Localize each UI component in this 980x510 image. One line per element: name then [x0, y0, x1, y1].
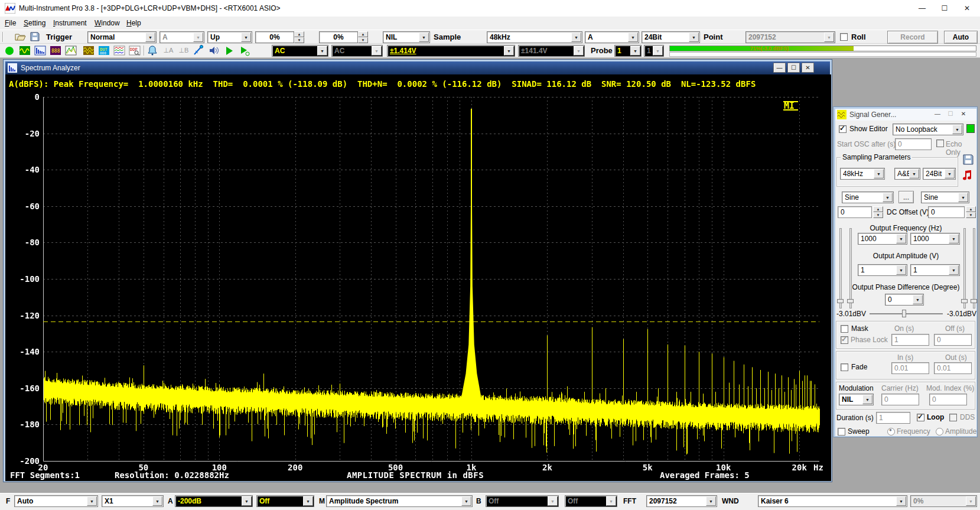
multimeter-icon[interactable]: 888 — [50, 44, 63, 57]
level-slider-a1-handle[interactable] — [837, 299, 844, 303]
sampling-channel-select[interactable]: A▼ — [585, 31, 639, 43]
chevron-down-icon[interactable]: ▼ — [896, 234, 906, 243]
roll-checkbox[interactable] — [840, 33, 848, 41]
sg-bits-select[interactable]: 24Bit▼ — [923, 168, 956, 180]
spectrum-maximize-button[interactable]: ☐ — [787, 63, 800, 73]
frequency-b-select[interactable]: 1000▼ — [910, 233, 960, 245]
menu-window[interactable]: Window — [95, 17, 120, 30]
chevron-down-icon[interactable]: ▼ — [909, 169, 919, 178]
spin-down-icon[interactable]: ▼ — [358, 37, 368, 43]
range-a-select[interactable]: ±1.414V▼ — [387, 45, 515, 57]
sg-minimize-button[interactable]: — — [932, 110, 943, 119]
fft-size-select[interactable]: 2097152▼ — [646, 495, 717, 507]
a-ref-select[interactable]: Off▼ — [256, 495, 314, 507]
chevron-down-icon[interactable]: ▼ — [949, 234, 959, 243]
chevron-down-icon[interactable]: ▼ — [689, 33, 699, 42]
trigger-level-field[interactable]: 0% — [255, 31, 294, 43]
open-file-button[interactable] — [14, 31, 27, 43]
output-on-indicator[interactable] — [966, 124, 975, 133]
chevron-down-icon[interactable]: ▼ — [883, 193, 893, 202]
device-test-plan-icon[interactable]: DUT000 — [98, 44, 111, 57]
amplitude-a-select[interactable]: 1▼ — [858, 264, 907, 276]
zoom-select[interactable]: X1▼ — [102, 495, 164, 507]
loopback-select[interactable]: No Loopback▼ — [893, 124, 963, 135]
level-slider-a2[interactable] — [849, 228, 852, 308]
show-editor-checkbox[interactable]: ✓ — [839, 125, 846, 133]
chevron-down-icon[interactable]: ▼ — [874, 169, 884, 178]
menu-instrument[interactable]: Instrument — [53, 17, 87, 30]
a-range-select[interactable]: -200dB▼ — [175, 495, 253, 507]
dc-offset-a-input[interactable]: 0 — [838, 206, 872, 218]
balance-slider-track[interactable] — [870, 313, 943, 314]
waveform-b-select[interactable]: Sine▼ — [921, 191, 969, 203]
run-button[interactable] — [4, 44, 17, 57]
trigger-delay-spinner[interactable]: ▲▼ — [358, 31, 368, 43]
spin-up-icon[interactable]: ▲ — [873, 206, 883, 212]
level-slider-a2-handle[interactable] — [847, 299, 854, 303]
dc-offset-b-spinner[interactable]: ▲▼ — [966, 206, 976, 218]
save-file-button[interactable] — [29, 31, 42, 43]
spectrum-close-button[interactable]: ✕ — [802, 63, 814, 73]
trigger-edge-select[interactable]: Up▼ — [207, 31, 252, 43]
trigger-level-spinner[interactable]: ▲▼ — [294, 31, 304, 43]
derived-data-point-icon[interactable] — [113, 44, 126, 57]
chevron-down-icon[interactable]: ▼ — [958, 193, 968, 202]
coupling-a-select[interactable]: AC▼ — [272, 45, 328, 57]
spectrum-plot[interactable] — [5, 74, 831, 481]
chevron-down-icon[interactable]: ▼ — [317, 46, 327, 56]
chevron-down-icon[interactable]: ▼ — [628, 33, 638, 42]
mode-select[interactable]: Amplitude Spectrum▼ — [326, 495, 473, 507]
chevron-down-icon[interactable]: ▼ — [706, 496, 716, 506]
frequency-a-select[interactable]: 1000▼ — [858, 233, 907, 245]
waveform-more-button[interactable]: ... — [898, 191, 914, 203]
sg-rate-select[interactable]: 48kHz▼ — [840, 168, 885, 180]
trigger-hpf-select[interactable]: NIL▼ — [383, 31, 430, 43]
spin-down-icon[interactable]: ▼ — [966, 212, 976, 218]
chevron-down-icon[interactable]: ▼ — [241, 33, 251, 42]
spectrum-3d-plot-icon[interactable] — [65, 44, 78, 57]
chevron-down-icon[interactable]: ▼ — [87, 496, 97, 506]
chevron-down-icon[interactable]: ▼ — [152, 496, 162, 506]
menu-file[interactable]: File — [5, 17, 16, 30]
trigger-delay-field[interactable]: 0% — [319, 31, 358, 43]
sampling-bits-select[interactable]: 24Bit▼ — [642, 31, 700, 43]
window-function-select[interactable]: Kaiser 6▼ — [758, 495, 907, 507]
sg-channels-select[interactable]: A&B▼ — [894, 168, 920, 180]
oscilloscope-icon[interactable] — [19, 44, 32, 57]
level-slider-b1[interactable] — [963, 228, 966, 308]
sg-close-button[interactable]: ✕ — [958, 110, 969, 119]
chevron-down-icon[interactable]: ▼ — [145, 33, 155, 42]
play-icon[interactable] — [223, 44, 236, 57]
signal-generator-title-bar[interactable]: Signal Gener... — ☐ ✕ — [835, 109, 976, 121]
phase-select[interactable]: 0▼ — [885, 294, 924, 306]
sampling-rate-select[interactable]: 48kHz▼ — [487, 31, 582, 43]
dc-offset-b-input[interactable]: 0 — [928, 206, 965, 218]
chevron-down-icon[interactable]: ▼ — [952, 125, 962, 134]
mask-checkbox[interactable] — [841, 325, 848, 333]
signal-generator-icon[interactable] — [83, 44, 96, 57]
spectrum-title-bar[interactable]: Spectrum Analyzer — ☐ ✕ — [5, 61, 830, 74]
spin-down-icon[interactable]: ▼ — [294, 37, 304, 43]
sg-library-button[interactable] — [962, 169, 975, 183]
sg-save-button[interactable] — [962, 154, 975, 167]
chevron-down-icon[interactable]: ▼ — [571, 33, 581, 42]
sweep-checkbox[interactable] — [838, 428, 845, 436]
chevron-down-icon[interactable]: ▼ — [913, 295, 923, 304]
maximize-button[interactable]: ☐ — [935, 2, 954, 14]
level-slider-b1-handle[interactable] — [961, 299, 968, 303]
chevron-down-icon[interactable]: ▼ — [303, 496, 313, 506]
sound-device-icon[interactable] — [208, 44, 221, 57]
spin-up-icon[interactable]: ▲ — [358, 31, 368, 37]
calibration-icon[interactable] — [193, 44, 206, 57]
chevron-down-icon[interactable]: ▼ — [419, 33, 429, 42]
fade-checkbox[interactable] — [841, 363, 848, 371]
waveform-a-select[interactable]: Sine▼ — [842, 191, 894, 203]
minimize-button[interactable]: — — [913, 2, 932, 14]
level-slider-b2[interactable] — [973, 228, 975, 308]
spectrum-analyzer-icon[interactable] — [34, 44, 47, 57]
loop-checkbox[interactable]: ✓ — [917, 414, 924, 421]
trigger-mode-select[interactable]: Normal▼ — [87, 31, 157, 43]
chevron-down-icon[interactable]: ▼ — [945, 169, 955, 178]
app-title-bar[interactable]: Multi-Instrument Pro 3.8 - [+3DP+DLG+LCR… — [0, 0, 980, 17]
sg-maximize-button[interactable]: ☐ — [945, 110, 956, 119]
